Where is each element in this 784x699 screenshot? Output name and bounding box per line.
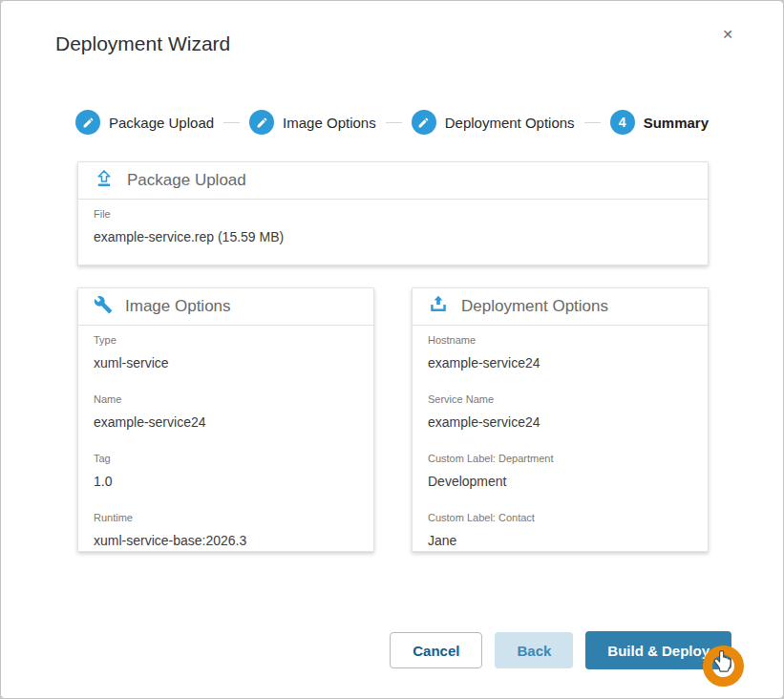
- step-label: Deployment Options: [445, 115, 575, 131]
- card-title: Deployment Options: [461, 297, 608, 316]
- deployment-wizard-dialog: Deployment Wizard ✕ Package Upload Image…: [0, 0, 784, 699]
- field-value: Development: [428, 474, 692, 490]
- field-value: example-service24: [428, 414, 692, 431]
- field-value: example-service.rep (15.59 MB): [94, 229, 692, 245]
- card-title: Package Upload: [127, 171, 246, 190]
- summary-card-package-upload: Package Upload File example-service.rep …: [77, 161, 709, 265]
- wrench-icon: [94, 295, 113, 318]
- edit-icon: [249, 110, 274, 135]
- field-label: File: [94, 208, 692, 220]
- build-deploy-button[interactable]: Build & Deploy: [585, 631, 731, 669]
- field-value: Jane: [428, 533, 692, 549]
- step-label: Summary: [644, 115, 709, 131]
- field-label: Name: [94, 393, 358, 405]
- field-type: Type xuml-service: [94, 334, 358, 371]
- stepper-step-image-options[interactable]: Image Options: [249, 110, 376, 135]
- card-header: Deployment Options: [413, 288, 708, 326]
- field-tag: Tag 1.0: [94, 453, 358, 490]
- card-header: Image Options: [78, 288, 373, 326]
- step-label: Image Options: [283, 115, 376, 131]
- field-value: example-service24: [94, 414, 358, 431]
- field-file: File example-service.rep (15.59 MB): [94, 208, 692, 245]
- field-label: Service Name: [428, 393, 692, 405]
- edit-icon: [75, 110, 100, 135]
- field-value: xuml-service-base:2026.3: [94, 533, 358, 549]
- field-label: Runtime: [94, 512, 358, 523]
- cancel-button[interactable]: Cancel: [390, 632, 482, 668]
- stepper-step-package-upload[interactable]: Package Upload: [75, 110, 214, 135]
- field-value: 1.0: [94, 474, 358, 490]
- back-button[interactable]: Back: [495, 632, 573, 668]
- field-label: Type: [94, 334, 358, 346]
- stepper-step-deployment-options[interactable]: Deployment Options: [412, 110, 575, 135]
- card-body: File example-service.rep (15.59 MB): [78, 200, 708, 265]
- wizard-stepper: Package Upload Image Options Deployment …: [75, 110, 709, 135]
- field-value: xuml-service: [94, 355, 358, 371]
- field-runtime: Runtime xuml-service-base:2026.3: [94, 512, 358, 549]
- field-name: Name example-service24: [94, 393, 358, 431]
- card-body: Type xuml-service Name example-service24…: [78, 326, 373, 568]
- stepper-connector: [223, 122, 240, 123]
- tray-upload-icon: [428, 294, 449, 319]
- step-number: 4: [619, 115, 626, 130]
- step-label: Package Upload: [109, 115, 214, 131]
- card-title: Image Options: [125, 297, 231, 316]
- card-header: Package Upload: [78, 162, 708, 200]
- field-custom-label-contact: Custom Label: Contact Jane: [428, 512, 692, 549]
- field-custom-label-department: Custom Label: Department Development: [428, 453, 692, 490]
- card-body: Hostname example-service24 Service Name …: [413, 326, 708, 568]
- field-label: Custom Label: Department: [428, 453, 692, 464]
- step-number-badge: 4: [610, 110, 635, 135]
- field-hostname: Hostname example-service24: [428, 334, 692, 371]
- page-title: Deployment Wizard: [55, 32, 230, 55]
- stepper-connector: [386, 122, 402, 123]
- summary-card-image-options: Image Options Type xuml-service Name exa…: [77, 287, 374, 552]
- stepper-step-summary[interactable]: 4 Summary: [610, 110, 709, 135]
- dialog-footer: Cancel Back Build & Deploy: [390, 631, 731, 669]
- edit-icon: [412, 110, 436, 135]
- field-service-name: Service Name example-service24: [428, 393, 692, 431]
- stepper-connector: [584, 122, 601, 123]
- field-label: Tag: [94, 453, 358, 464]
- summary-card-deployment-options: Deployment Options Hostname example-serv…: [412, 287, 709, 552]
- field-label: Custom Label: Contact: [428, 512, 692, 523]
- field-label: Hostname: [428, 334, 692, 346]
- field-value: example-service24: [428, 355, 692, 371]
- upload-icon: [94, 168, 115, 193]
- close-icon[interactable]: ✕: [720, 26, 735, 43]
